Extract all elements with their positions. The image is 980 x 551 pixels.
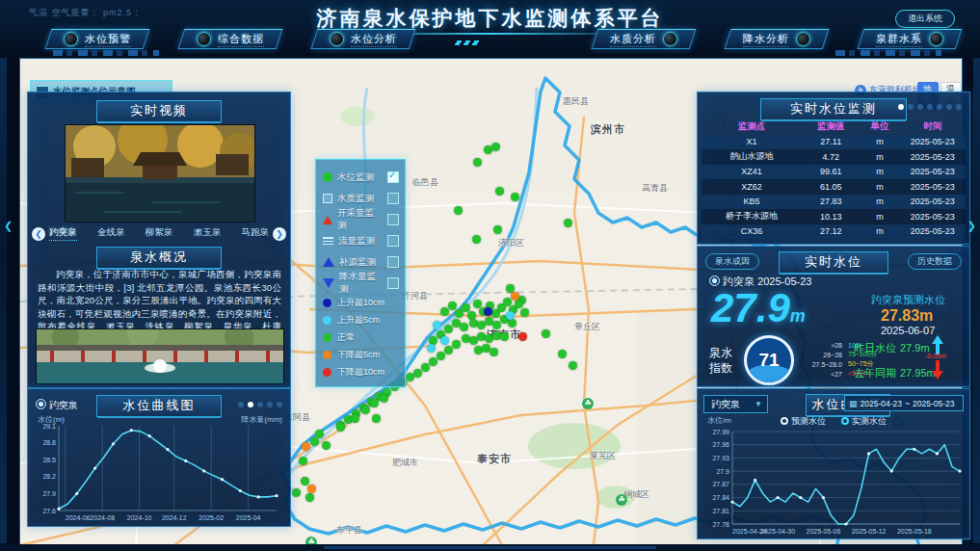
monitoring-station-marker[interactable] [440, 336, 449, 345]
monitoring-station-marker[interactable] [429, 357, 437, 366]
monitoring-station-marker[interactable] [484, 307, 492, 316]
legend-item-流量监测[interactable]: 流量监测 [323, 230, 399, 251]
monitoring-station-marker[interactable] [508, 319, 516, 328]
monitoring-station-marker[interactable] [511, 292, 519, 301]
spring-tab-马跑泉[interactable]: 马跑泉 [242, 226, 270, 241]
spring-tab-柳絮泉[interactable]: 柳絮泉 [146, 226, 173, 241]
nav-button-综合数据[interactable]: 综合数据 [181, 29, 279, 49]
monitoring-station-marker[interactable] [372, 414, 381, 423]
monitoring-station-marker[interactable] [351, 414, 359, 423]
pagination-dot[interactable] [937, 104, 942, 110]
legend-measured[interactable]: 实测水位 [841, 415, 887, 428]
monitoring-station-marker[interactable] [569, 361, 577, 370]
pagination-dot[interactable] [956, 104, 962, 110]
monitoring-station-marker[interactable] [511, 193, 519, 201]
legend-item-水位监测[interactable]: 水位监测 [323, 167, 399, 188]
pagination-dot[interactable] [238, 402, 244, 407]
legend-forecast[interactable]: 预测水位 [781, 415, 826, 428]
monitoring-station-marker[interactable] [322, 441, 331, 450]
spring-tab-漱玉泉[interactable]: 漱玉泉 [194, 226, 222, 241]
monitoring-station-marker[interactable] [433, 321, 441, 329]
legend-checkbox[interactable] [387, 214, 399, 225]
pagination-dot[interactable] [917, 104, 923, 110]
pagination-dot[interactable] [898, 104, 904, 110]
pagination-dot[interactable] [927, 104, 933, 110]
table-row[interactable]: XZ6261.05m2025-05-23 [702, 179, 966, 195]
monitoring-station-marker[interactable] [506, 311, 515, 320]
pagination-dot[interactable] [277, 402, 282, 407]
monitoring-station-marker[interactable] [299, 457, 307, 465]
exit-system-button[interactable]: 退出系统 [895, 10, 955, 28]
monitoring-station-marker[interactable] [472, 235, 481, 244]
date-range-picker[interactable]: ▦ 2025-04-23 ~ 2025-05-23 [844, 395, 964, 411]
legend-checkbox[interactable] [387, 277, 399, 289]
table-row[interactable]: XZ4199.61m2025-05-23 [702, 165, 966, 180]
monitoring-station-marker[interactable] [515, 300, 523, 308]
monitoring-station-marker[interactable] [370, 399, 379, 407]
edge-prev-arrow[interactable]: ❮ [4, 220, 13, 232]
legend-item-补源监测[interactable]: 补源监测 [323, 251, 399, 273]
history-data-button[interactable]: 历史数据 [908, 253, 962, 270]
nav-button-泉群水系[interactable]: 泉群水系 [861, 29, 959, 49]
nav-button-水位分析[interactable]: 水位分析 [314, 29, 412, 49]
monitoring-station-marker[interactable] [473, 158, 482, 167]
table-row[interactable]: KB527.83m2025-05-23 [702, 195, 966, 210]
left-chart-series-toggle[interactable]: 趵突泉 [36, 399, 78, 412]
monitoring-station-marker[interactable] [421, 363, 430, 372]
monitoring-station-marker[interactable] [440, 307, 449, 316]
pagination-dot[interactable] [257, 402, 263, 407]
monitoring-station-marker[interactable] [380, 394, 388, 403]
monitoring-station-marker[interactable] [336, 423, 345, 432]
monitoring-station-marker[interactable] [427, 344, 436, 353]
monitoring-station-marker[interactable] [310, 437, 319, 446]
legend-checkbox[interactable] [387, 171, 399, 183]
table-row[interactable]: 鹊山水源地4.72m2025-05-23 [702, 149, 966, 165]
monitoring-station-marker[interactable] [301, 477, 309, 485]
monitoring-station-marker[interactable] [520, 308, 529, 317]
legend-item-水质监测[interactable]: 水质监测 [323, 188, 399, 209]
monitoring-station-marker[interactable] [460, 323, 468, 331]
monitoring-station-marker[interactable] [454, 206, 463, 215]
monitoring-station-marker[interactable] [493, 225, 502, 234]
pagination-dot[interactable] [946, 104, 952, 110]
monitoring-station-marker[interactable] [490, 348, 498, 356]
table-row[interactable]: CX3627.12m2025-05-23 [702, 224, 966, 240]
monitoring-station-marker[interactable] [558, 350, 567, 358]
legend-checkbox[interactable] [387, 235, 399, 247]
monitoring-station-marker[interactable] [413, 369, 422, 378]
station-dropdown[interactable]: 趵突泉▼ [703, 395, 768, 413]
monitoring-station-marker[interactable] [406, 373, 414, 381]
spring-tab-趵突泉[interactable]: 趵突泉 [49, 226, 77, 241]
monitoring-station-marker[interactable] [452, 340, 461, 349]
monitoring-station-marker[interactable] [302, 442, 310, 451]
monitoring-station-marker[interactable] [492, 321, 501, 329]
monitoring-station-marker[interactable] [305, 493, 314, 502]
carousel-prev-button[interactable]: ❮ [32, 227, 45, 241]
monitoring-station-marker[interactable] [361, 406, 370, 414]
monitoring-station-marker[interactable] [542, 329, 550, 338]
monitoring-station-marker[interactable] [518, 332, 527, 341]
table-row[interactable]: 桥子李水源地10.13m2025-05-23 [702, 209, 966, 224]
monitoring-station-marker[interactable] [448, 302, 457, 310]
monitoring-station-marker[interactable] [292, 488, 301, 497]
monitoring-station-marker[interactable] [495, 187, 504, 196]
edge-next-arrow[interactable]: ❯ [967, 220, 976, 232]
monitoring-station-marker[interactable] [491, 143, 500, 151]
monitoring-station-marker[interactable] [437, 352, 445, 360]
pagination-dot[interactable] [248, 402, 253, 407]
spring-origin-button[interactable]: 泉水成因 [705, 253, 759, 270]
nav-button-水质分析[interactable]: 水质分析 [595, 29, 693, 49]
monitoring-station-marker[interactable] [500, 332, 509, 341]
pagination-dot[interactable] [267, 402, 273, 407]
legend-item-降水量监测[interactable]: 降水量监测 [323, 273, 399, 294]
legend-item-开采量监测[interactable]: 开采量监测 [323, 209, 399, 230]
spring-tab-金线泉[interactable]: 金线泉 [97, 226, 125, 241]
carousel-next-button[interactable]: ❯ [273, 227, 286, 241]
monitoring-station-marker[interactable] [444, 325, 453, 333]
legend-checkbox[interactable] [387, 256, 399, 268]
monitoring-station-marker[interactable] [444, 346, 453, 354]
legend-checkbox[interactable] [387, 193, 399, 204]
table-row[interactable]: X127.11m2025-05-23 [702, 135, 966, 150]
pagination-dot[interactable] [908, 104, 914, 110]
nav-button-降水分析[interactable]: 降水分析 [728, 29, 826, 49]
